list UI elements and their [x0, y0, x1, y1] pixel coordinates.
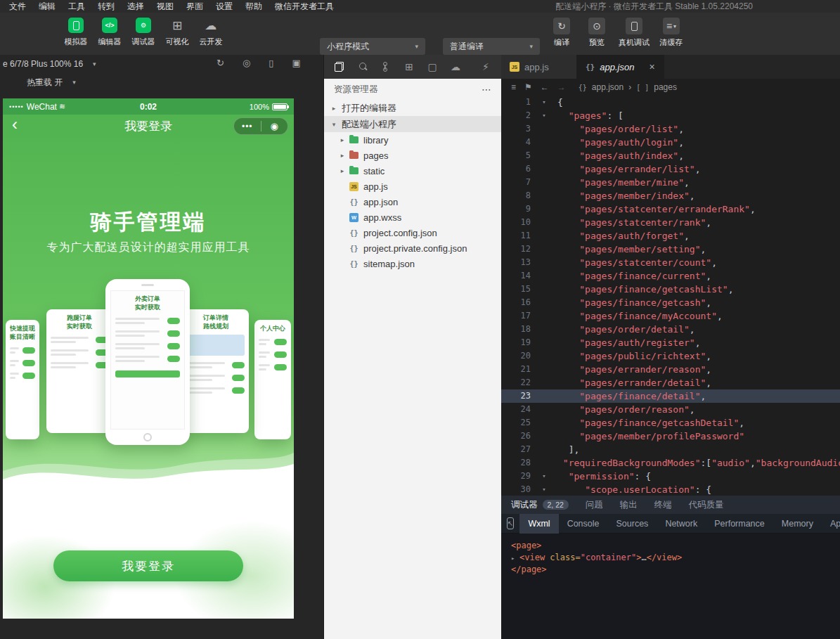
- devtools-tab-network[interactable]: Network: [657, 514, 706, 534]
- files-icon[interactable]: [334, 61, 345, 72]
- menu-item[interactable]: 文件: [3, 1, 32, 13]
- panel-tab-debugger[interactable]: 调试器2, 22: [511, 499, 569, 511]
- debugger-button[interactable]: ⚙调试器: [127, 18, 160, 47]
- code-line[interactable]: 15 "pages/finance/getcashList",: [501, 283, 840, 296]
- wxml-node[interactable]: <page>: [511, 540, 840, 552]
- menu-item[interactable]: 编辑: [32, 1, 62, 13]
- code-line[interactable]: 4 "pages/auth/login",: [501, 136, 840, 149]
- cloud-icon[interactable]: ☁: [450, 61, 461, 72]
- code-line[interactable]: 14 "pages/finance/current",: [501, 269, 840, 283]
- device-select[interactable]: e 6/7/8 Plus 100% 16 ▾: [3, 59, 96, 69]
- devtools-tab-performance[interactable]: Performance: [706, 514, 773, 534]
- code-line[interactable]: 1▾{: [501, 96, 840, 109]
- exit-target-icon[interactable]: ◉: [261, 121, 288, 131]
- visualization-button[interactable]: ⊞可视化: [160, 18, 194, 47]
- login-button[interactable]: 我要登录: [53, 550, 243, 581]
- code-line[interactable]: 8 "pages/member/index",: [501, 189, 840, 202]
- editor-button[interactable]: </>编辑器: [93, 18, 127, 47]
- panel-tab-terminal[interactable]: 终端: [654, 499, 672, 511]
- devtools-tab-memory[interactable]: Memory: [773, 514, 822, 534]
- outline-icon[interactable]: ≡: [511, 82, 516, 92]
- tree-item-sitemap.json[interactable]: {}sitemap.json: [324, 256, 501, 271]
- tree-item-library[interactable]: ▸library: [324, 132, 501, 148]
- compile-button[interactable]: ↻编译: [545, 18, 578, 48]
- code-line[interactable]: 5 "pages/auth/index",: [501, 149, 840, 162]
- screenshot-icon[interactable]: ◎: [243, 58, 250, 68]
- code-line[interactable]: 12 "pages/member/setting",: [501, 243, 840, 256]
- menu-item[interactable]: 界面: [180, 1, 209, 13]
- rotate-icon[interactable]: ↻: [217, 58, 224, 68]
- panel-tab-code-quality[interactable]: 代码质量: [689, 499, 724, 511]
- code-line[interactable]: 19 "pages/auth/register",: [501, 336, 840, 349]
- more-dots-icon[interactable]: •••: [234, 123, 261, 130]
- menu-item[interactable]: 视图: [150, 1, 180, 13]
- code-line[interactable]: 17 "pages/finance/myAccount",: [501, 309, 840, 323]
- code-line[interactable]: 21 "pages/errander/reason",: [501, 363, 840, 376]
- search-icon[interactable]: [357, 61, 368, 72]
- code-line[interactable]: 20 "pages/public/richtext",: [501, 349, 840, 363]
- tree-item-app.json[interactable]: {}app.json: [324, 194, 501, 209]
- tree-item-app.js[interactable]: JSapp.js: [324, 179, 501, 194]
- device-frame-icon[interactable]: ▯: [269, 58, 273, 68]
- tree-item-app.wxss[interactable]: Wapp.wxss: [324, 209, 501, 225]
- nav-back-icon[interactable]: ←: [541, 82, 549, 92]
- panel-tab-output[interactable]: 输出: [620, 499, 638, 511]
- hot-reload-toggle[interactable]: 热重载 开 ▾: [27, 77, 76, 89]
- code-line[interactable]: 2▾"pages": [: [501, 109, 840, 122]
- breadcrumb-node[interactable]: pages: [654, 82, 677, 92]
- code-line[interactable]: 10 "pages/statcenter/rank",: [501, 216, 840, 229]
- code-line[interactable]: 16 "pages/finance/getcash",: [501, 296, 840, 309]
- code-line[interactable]: 29▾"permission": {: [501, 470, 840, 483]
- code-line[interactable]: 24 "pages/order/reason",: [501, 403, 840, 416]
- tree-item-static[interactable]: ▸static: [324, 163, 501, 179]
- device-debug-button[interactable]: 真机调试: [616, 18, 652, 48]
- git-icon[interactable]: [380, 61, 392, 72]
- devtools-tab-console[interactable]: Console: [559, 514, 608, 534]
- code-line[interactable]: 26 "pages/member/profilePassword": [501, 430, 840, 443]
- devtools-tab-application[interactable]: Application: [822, 514, 840, 534]
- more-actions-icon[interactable]: ⋯: [482, 84, 491, 95]
- extensions-icon[interactable]: ⊞: [403, 61, 415, 72]
- code-line[interactable]: 7 "pages/member/mine",: [501, 176, 840, 189]
- menu-item[interactable]: 转到: [91, 1, 121, 13]
- mode-select[interactable]: 小程序模式 ▾: [320, 38, 425, 55]
- tree-item-pages[interactable]: ▸pages: [324, 148, 501, 163]
- code-line[interactable]: 28 "requiredBackgroundModes":["audio","b…: [501, 456, 840, 470]
- devtools-tab-wxml[interactable]: Wxml: [519, 514, 558, 534]
- code-line[interactable]: 30▾"scope.userLocation": {: [501, 483, 840, 496]
- devtools-tab-sources[interactable]: Sources: [608, 514, 657, 534]
- plugin-icon[interactable]: ⚡: [480, 61, 491, 72]
- panel-tab-problems[interactable]: 问题: [586, 499, 603, 511]
- code-line[interactable]: 3 "pages/order/list",: [501, 122, 840, 136]
- close-tab-icon[interactable]: ×: [649, 61, 654, 72]
- code-line[interactable]: 11 "pages/auth/forget",: [501, 229, 840, 243]
- code-line[interactable]: 9 "pages/statcenter/erranderRank",: [501, 202, 840, 216]
- project-root-section[interactable]: ▾ 配送端小程序: [324, 116, 501, 132]
- window-icon[interactable]: ▣: [292, 58, 300, 68]
- bookmark-icon[interactable]: ⚑: [524, 82, 532, 92]
- tree-item-project.config.json[interactable]: {}project.config.json: [324, 225, 501, 240]
- tab-app-js[interactable]: JS app.js: [501, 55, 577, 79]
- wxml-node[interactable]: </page>: [511, 564, 840, 576]
- code-editor[interactable]: 1▾{2▾"pages": [3 "pages/order/list",4 "p…: [501, 96, 840, 496]
- code-line[interactable]: 22 "pages/errander/detail",: [501, 376, 840, 389]
- breadcrumb-file[interactable]: app.json: [592, 82, 623, 92]
- menu-item[interactable]: 设置: [209, 1, 239, 13]
- back-chevron-icon[interactable]: ‹: [12, 115, 18, 134]
- open-editors-section[interactable]: ▸ 打开的编辑器: [324, 100, 501, 116]
- code-line[interactable]: 6 "pages/errander/list",: [501, 162, 840, 176]
- code-line[interactable]: 18 "pages/order/detail",: [501, 323, 840, 336]
- tree-item-project.private.config.json[interactable]: {}project.private.config.json: [324, 240, 501, 256]
- window-icon[interactable]: ▢: [427, 61, 438, 72]
- simulator-button[interactable]: 模拟器: [59, 18, 93, 47]
- code-line[interactable]: 13 "pages/statcenter/count",: [501, 256, 840, 269]
- code-line[interactable]: 23 "pages/finance/detail",: [501, 389, 840, 403]
- inspect-element-icon[interactable]: ↖: [507, 517, 514, 529]
- menu-item[interactable]: 工具: [62, 1, 91, 13]
- capsule-menu[interactable]: ••• ◉: [233, 117, 288, 135]
- preview-button[interactable]: ⊙预览: [581, 18, 613, 48]
- wxml-node[interactable]: ▸<view class="container">…</view>: [511, 552, 840, 564]
- menu-item[interactable]: 微信开发者工具: [269, 1, 340, 13]
- menu-item[interactable]: 选择: [121, 1, 150, 13]
- code-line[interactable]: 25 "pages/finance/getcashDetail",: [501, 416, 840, 430]
